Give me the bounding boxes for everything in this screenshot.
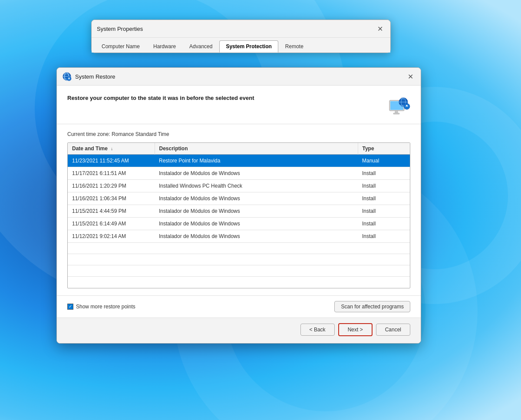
svg-rect-11	[393, 113, 399, 114]
table-row[interactable]: 11/15/2021 4:44:59 PMInstalador de Módul…	[68, 205, 410, 218]
cell-type: Install	[358, 218, 410, 230]
system-properties-tabs: Computer Name Hardware Advanced System P…	[92, 38, 390, 53]
cell-datetime: 11/16/2021 1:06:34 PM	[68, 192, 155, 205]
cancel-button[interactable]: Cancel	[376, 324, 410, 336]
tab-advanced[interactable]: Advanced	[183, 40, 219, 53]
cell-datetime: 11/15/2021 4:44:59 PM	[68, 205, 155, 218]
restore-header-icon	[388, 94, 410, 117]
system-restore-dialog: System Restore ✕ Restore your computer t…	[56, 67, 421, 344]
cell-description: Instalador de Módulos de Windows	[155, 167, 358, 180]
restore-footer-row: ✓ Show more restore points Scan for affe…	[57, 295, 421, 317]
table-row[interactable]: 11/16/2021 1:20:29 PMInstalled Windows P…	[68, 180, 410, 192]
cell-datetime: 11/15/2021 6:14:49 AM	[68, 218, 155, 230]
cell-type: Install	[358, 180, 410, 192]
cell-type: Install	[358, 205, 410, 218]
show-more-checkbox[interactable]: ✓	[67, 304, 73, 310]
back-button[interactable]: < Back	[300, 324, 335, 336]
cell-description: Installed Windows PC Health Check	[155, 180, 358, 192]
system-properties-title: System Properties	[97, 26, 143, 32]
system-properties-close-button[interactable]: ✕	[375, 23, 385, 34]
table-row[interactable]: 11/23/2021 11:52:45 AMRestore Point for …	[68, 155, 410, 167]
col-header-datetime[interactable]: Date and Time ↓	[68, 143, 155, 155]
cell-description: Instalador de Módulos de Windows	[155, 218, 358, 230]
cell-type: Manual	[358, 155, 410, 167]
cell-type: Install	[358, 167, 410, 180]
checkbox-check-icon: ✓	[69, 304, 72, 309]
cell-type: Install	[358, 192, 410, 205]
cell-datetime: 11/23/2021 11:52:45 AM	[68, 155, 155, 167]
tab-hardware[interactable]: Hardware	[147, 40, 182, 53]
system-properties-window: System Properties ✕ Computer Name Hardwa…	[91, 20, 391, 53]
svg-rect-10	[395, 111, 398, 113]
scan-affected-programs-button[interactable]: Scan for affected programs	[334, 301, 410, 312]
cell-datetime: 11/12/2021 9:02:14 AM	[68, 230, 155, 243]
cell-description: Instalador de Módulos de Windows	[155, 205, 358, 218]
col-header-type[interactable]: Type	[358, 143, 410, 155]
cell-type: Install	[358, 230, 410, 243]
restore-header-description: Restore your computer to the state it wa…	[67, 94, 254, 102]
table-header-row: Date and Time ↓ Description Type	[68, 143, 410, 155]
table-row-empty	[68, 277, 410, 288]
table-row[interactable]: 11/12/2021 9:02:14 AMInstalador de Módul…	[68, 230, 410, 243]
system-restore-titlebar: System Restore ✕	[57, 68, 421, 86]
show-more-label[interactable]: ✓ Show more restore points	[67, 304, 135, 310]
table-row-empty	[68, 265, 410, 277]
restore-header: Restore your computer to the state it wa…	[57, 86, 421, 124]
cell-datetime: 11/16/2021 1:20:29 PM	[68, 180, 155, 192]
restore-title-left: System Restore	[62, 72, 115, 81]
cell-description: Instalador de Módulos de Windows	[155, 192, 358, 205]
tab-system-protection[interactable]: System Protection	[219, 40, 278, 53]
restore-table-container: Date and Time ↓ Description Type 11/23/2…	[67, 142, 410, 288]
sort-arrow-datetime: ↓	[111, 146, 113, 151]
restore-table: Date and Time ↓ Description Type 11/23/2…	[68, 143, 410, 288]
timezone-label: Current time zone: Romance Standard Time	[67, 131, 410, 137]
show-more-text: Show more restore points	[76, 304, 135, 310]
restore-body: Current time zone: Romance Standard Time…	[57, 124, 421, 295]
tab-remote[interactable]: Remote	[279, 40, 310, 53]
col-header-description[interactable]: Description	[155, 143, 358, 155]
system-properties-titlebar: System Properties ✕	[92, 20, 390, 38]
restore-title-icon	[62, 72, 72, 81]
tab-computer-name[interactable]: Computer Name	[95, 40, 146, 53]
table-row[interactable]: 11/16/2021 1:06:34 PMInstalador de Módul…	[68, 192, 410, 205]
cell-description: Instalador de Módulos de Windows	[155, 230, 358, 243]
next-button[interactable]: Next >	[338, 323, 373, 336]
system-restore-close-button[interactable]: ✕	[405, 71, 415, 82]
cell-datetime: 11/17/2021 6:11:51 AM	[68, 167, 155, 180]
table-row-empty	[68, 243, 410, 254]
table-row[interactable]: 11/17/2021 6:11:51 AMInstalador de Módul…	[68, 167, 410, 180]
table-row-empty	[68, 254, 410, 265]
restore-action-row: < Back Next > Cancel	[57, 317, 421, 343]
cell-description: Restore Point for Malavida	[155, 155, 358, 167]
restore-title-text: System Restore	[75, 73, 115, 80]
table-row[interactable]: 11/15/2021 6:14:49 AMInstalador de Módul…	[68, 218, 410, 230]
